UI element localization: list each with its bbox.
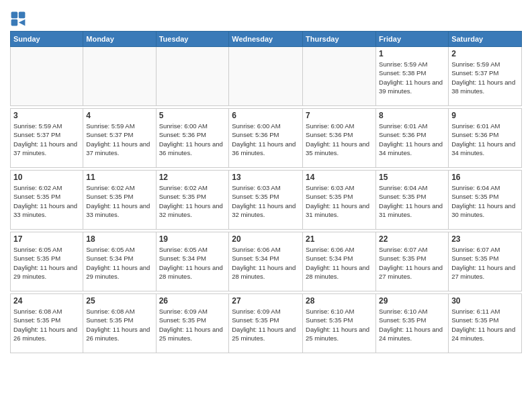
calendar-week-2: 3Sunrise: 5:59 AM Sunset: 5:37 PM Daylig… — [11, 109, 522, 168]
calendar-cell — [11, 47, 83, 106]
calendar-cell: 4Sunrise: 5:59 AM Sunset: 5:37 PM Daylig… — [83, 109, 156, 168]
calendar-cell: 26Sunrise: 6:09 AM Sunset: 5:35 PM Dayli… — [156, 294, 229, 353]
day-info: Sunrise: 6:05 AM Sunset: 5:34 PM Dayligh… — [86, 245, 152, 281]
day-number: 27 — [232, 296, 300, 306]
day-number: 17 — [13, 234, 80, 244]
day-number: 2 — [451, 49, 519, 58]
calendar-cell: 8Sunrise: 6:01 AM Sunset: 5:36 PM Daylig… — [376, 109, 449, 168]
day-info: Sunrise: 6:03 AM Sunset: 5:35 PM Dayligh… — [232, 183, 300, 219]
calendar-table: SundayMondayTuesdayWednesdayThursdayFrid… — [10, 31, 522, 353]
day-number: 1 — [379, 49, 445, 58]
calendar-cell — [156, 47, 229, 106]
calendar-cell: 7Sunrise: 6:00 AM Sunset: 5:36 PM Daylig… — [303, 109, 376, 168]
calendar-cell: 9Sunrise: 6:01 AM Sunset: 5:36 PM Daylig… — [449, 109, 522, 168]
calendar-week-4: 17Sunrise: 6:05 AM Sunset: 5:35 PM Dayli… — [11, 232, 522, 291]
calendar-cell: 28Sunrise: 6:10 AM Sunset: 5:35 PM Dayli… — [303, 294, 376, 353]
day-info: Sunrise: 6:02 AM Sunset: 5:35 PM Dayligh… — [86, 183, 152, 219]
day-info: Sunrise: 6:06 AM Sunset: 5:34 PM Dayligh… — [306, 245, 373, 281]
day-number: 10 — [13, 173, 80, 182]
day-info: Sunrise: 6:04 AM Sunset: 5:35 PM Dayligh… — [379, 183, 445, 219]
day-number: 22 — [379, 234, 445, 244]
calendar-cell: 20Sunrise: 6:06 AM Sunset: 5:34 PM Dayli… — [229, 232, 303, 291]
calendar-cell: 14Sunrise: 6:03 AM Sunset: 5:35 PM Dayli… — [303, 171, 376, 230]
day-number: 21 — [306, 234, 373, 244]
calendar-cell: 3Sunrise: 5:59 AM Sunset: 5:37 PM Daylig… — [11, 109, 83, 168]
day-info: Sunrise: 6:05 AM Sunset: 5:34 PM Dayligh… — [159, 245, 226, 281]
day-info: Sunrise: 6:02 AM Sunset: 5:35 PM Dayligh… — [159, 183, 226, 219]
day-number: 7 — [306, 111, 373, 120]
day-number: 4 — [86, 111, 152, 120]
day-number: 16 — [451, 173, 519, 182]
col-header-thursday: Thursday — [303, 32, 376, 47]
day-info: Sunrise: 6:00 AM Sunset: 5:36 PM Dayligh… — [232, 122, 300, 157]
day-number: 26 — [159, 296, 226, 306]
day-number: 28 — [306, 296, 373, 306]
calendar-cell: 21Sunrise: 6:06 AM Sunset: 5:34 PM Dayli… — [303, 232, 376, 291]
calendar-cell: 19Sunrise: 6:05 AM Sunset: 5:34 PM Dayli… — [156, 232, 229, 291]
calendar-cell: 24Sunrise: 6:08 AM Sunset: 5:35 PM Dayli… — [11, 294, 83, 353]
day-number: 15 — [379, 173, 445, 182]
svg-marker-3 — [19, 19, 26, 26]
day-number: 25 — [86, 296, 152, 306]
col-header-friday: Friday — [376, 32, 449, 47]
header — [10, 7, 522, 27]
calendar-cell: 27Sunrise: 6:09 AM Sunset: 5:35 PM Dayli… — [229, 294, 303, 353]
day-info: Sunrise: 6:00 AM Sunset: 5:36 PM Dayligh… — [306, 122, 373, 157]
calendar-cell: 30Sunrise: 6:11 AM Sunset: 5:35 PM Dayli… — [449, 294, 522, 353]
day-info: Sunrise: 6:10 AM Sunset: 5:35 PM Dayligh… — [306, 307, 373, 342]
day-info: Sunrise: 6:09 AM Sunset: 5:35 PM Dayligh… — [159, 307, 226, 342]
day-number: 30 — [451, 296, 519, 306]
day-number: 8 — [379, 111, 445, 120]
day-info: Sunrise: 6:00 AM Sunset: 5:36 PM Dayligh… — [159, 122, 226, 157]
calendar-cell: 25Sunrise: 6:08 AM Sunset: 5:35 PM Dayli… — [83, 294, 156, 353]
calendar-cell: 16Sunrise: 6:04 AM Sunset: 5:35 PM Dayli… — [449, 171, 522, 230]
calendar-cell: 23Sunrise: 6:07 AM Sunset: 5:35 PM Dayli… — [449, 232, 522, 291]
logo — [10, 11, 29, 27]
calendar-cell: 29Sunrise: 6:10 AM Sunset: 5:35 PM Dayli… — [376, 294, 449, 353]
calendar-week-5: 24Sunrise: 6:08 AM Sunset: 5:35 PM Dayli… — [11, 294, 522, 353]
calendar-cell: 12Sunrise: 6:02 AM Sunset: 5:35 PM Dayli… — [156, 171, 229, 230]
day-info: Sunrise: 6:01 AM Sunset: 5:36 PM Dayligh… — [451, 122, 519, 157]
day-info: Sunrise: 5:59 AM Sunset: 5:37 PM Dayligh… — [13, 122, 80, 157]
day-number: 12 — [159, 173, 226, 182]
day-info: Sunrise: 6:09 AM Sunset: 5:35 PM Dayligh… — [232, 307, 300, 342]
day-number: 6 — [232, 111, 300, 120]
day-info: Sunrise: 6:07 AM Sunset: 5:35 PM Dayligh… — [379, 245, 445, 281]
calendar-cell — [229, 47, 303, 106]
day-info: Sunrise: 6:02 AM Sunset: 5:35 PM Dayligh… — [13, 183, 80, 219]
day-info: Sunrise: 6:08 AM Sunset: 5:35 PM Dayligh… — [86, 307, 152, 342]
day-number: 14 — [306, 173, 373, 182]
day-info: Sunrise: 6:06 AM Sunset: 5:34 PM Dayligh… — [232, 245, 300, 281]
day-number: 11 — [86, 173, 152, 182]
col-header-sunday: Sunday — [11, 32, 83, 47]
svg-rect-0 — [11, 12, 18, 19]
svg-rect-2 — [11, 19, 18, 26]
calendar-cell: 15Sunrise: 6:04 AM Sunset: 5:35 PM Dayli… — [376, 171, 449, 230]
day-number: 5 — [159, 111, 226, 120]
day-info: Sunrise: 6:05 AM Sunset: 5:35 PM Dayligh… — [13, 245, 80, 281]
logo-icon — [10, 11, 26, 27]
day-number: 23 — [451, 234, 519, 244]
calendar-week-3: 10Sunrise: 6:02 AM Sunset: 5:35 PM Dayli… — [11, 171, 522, 230]
calendar-cell: 5Sunrise: 6:00 AM Sunset: 5:36 PM Daylig… — [156, 109, 229, 168]
calendar-cell: 17Sunrise: 6:05 AM Sunset: 5:35 PM Dayli… — [11, 232, 83, 291]
day-info: Sunrise: 6:11 AM Sunset: 5:35 PM Dayligh… — [451, 307, 519, 342]
svg-rect-1 — [19, 12, 26, 19]
calendar-week-1: 1Sunrise: 5:59 AM Sunset: 5:38 PM Daylig… — [11, 47, 522, 106]
day-info: Sunrise: 6:04 AM Sunset: 5:35 PM Dayligh… — [451, 183, 519, 219]
day-info: Sunrise: 6:03 AM Sunset: 5:35 PM Dayligh… — [306, 183, 373, 219]
calendar-cell — [83, 47, 156, 106]
day-number: 18 — [86, 234, 152, 244]
day-info: Sunrise: 5:59 AM Sunset: 5:38 PM Dayligh… — [379, 60, 445, 95]
day-number: 24 — [13, 296, 80, 306]
day-info: Sunrise: 6:08 AM Sunset: 5:35 PM Dayligh… — [13, 307, 80, 342]
col-header-wednesday: Wednesday — [229, 32, 303, 47]
day-info: Sunrise: 6:10 AM Sunset: 5:35 PM Dayligh… — [379, 307, 445, 342]
calendar-cell: 11Sunrise: 6:02 AM Sunset: 5:35 PM Dayli… — [83, 171, 156, 230]
calendar-cell: 1Sunrise: 5:59 AM Sunset: 5:38 PM Daylig… — [376, 47, 449, 106]
day-info: Sunrise: 5:59 AM Sunset: 5:37 PM Dayligh… — [86, 122, 152, 157]
calendar-cell: 13Sunrise: 6:03 AM Sunset: 5:35 PM Dayli… — [229, 171, 303, 230]
calendar-header-row: SundayMondayTuesdayWednesdayThursdayFrid… — [11, 32, 522, 47]
calendar-cell — [303, 47, 376, 106]
col-header-tuesday: Tuesday — [156, 32, 229, 47]
